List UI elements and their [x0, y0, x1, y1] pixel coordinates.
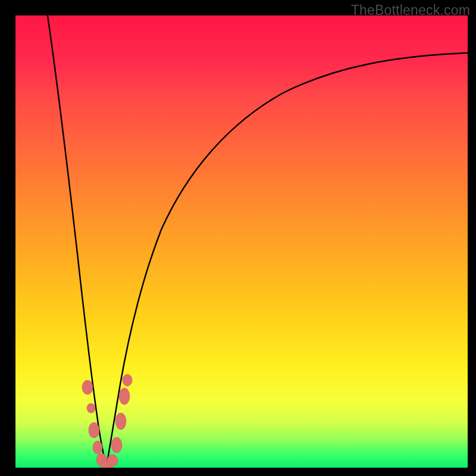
- marker: [82, 380, 93, 394]
- curve-right: [107, 53, 468, 466]
- marker: [87, 403, 95, 413]
- marker: [119, 388, 130, 405]
- marker: [123, 374, 132, 386]
- plot-area: [15, 15, 468, 468]
- bottleneck-curves: [15, 15, 468, 468]
- marker-group: [82, 374, 132, 468]
- marker: [107, 455, 118, 466]
- marker: [111, 437, 122, 453]
- chart-frame: TheBottleneck.com: [0, 0, 476, 476]
- curve-left: [48, 15, 107, 466]
- marker: [93, 441, 102, 454]
- watermark-text: TheBottleneck.com: [351, 2, 470, 18]
- marker: [89, 422, 99, 438]
- marker: [115, 413, 126, 430]
